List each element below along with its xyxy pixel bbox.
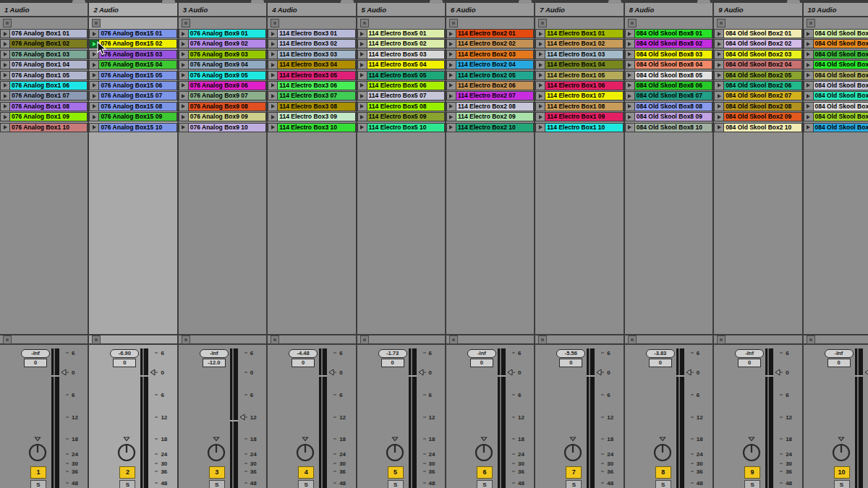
clip-play-button[interactable]: [179, 72, 189, 80]
clip-stop-icon[interactable]: [271, 19, 279, 27]
fader-handle[interactable]: [409, 375, 417, 377]
track-header[interactable]: 2 Audio: [89, 0, 176, 17]
clip-play-button[interactable]: [1, 30, 10, 38]
clip-play-button[interactable]: [358, 113, 367, 121]
clip-slot[interactable]: 076 Analog Box9 01: [179, 29, 266, 38]
clip-slot[interactable]: 114 Electro Box1 03: [535, 50, 623, 59]
clip-slot[interactable]: 114 Electro Box5 10: [357, 123, 445, 132]
track-body[interactable]: [357, 133, 445, 334]
clip-slot[interactable]: 114 Electro Box1 05: [535, 71, 623, 80]
clip-play-button[interactable]: [1, 103, 10, 111]
clip-slot[interactable]: 084 Old Skool Box8 06: [625, 81, 712, 90]
clip-play-button[interactable]: [179, 51, 189, 59]
clip-play-button[interactable]: [90, 51, 99, 59]
stop-all-clips-button[interactable]: [717, 335, 726, 344]
clip-play-button[interactable]: [90, 30, 99, 38]
pan-knob[interactable]: [384, 436, 406, 463]
track-header[interactable]: 8 Audio: [625, 0, 712, 17]
peak-level-display[interactable]: -1.73: [378, 349, 407, 358]
volume-fader[interactable]: [409, 348, 417, 488]
clip-slot[interactable]: 084 Old Skool Box2 05: [714, 71, 801, 80]
track-header[interactable]: 6 Audio: [446, 0, 534, 17]
clip-slot[interactable]: 076 Analog Box15 02: [89, 39, 176, 48]
clip-slot[interactable]: 084 Old Skool Box: [804, 91, 868, 100]
solo-button[interactable]: S: [388, 480, 404, 488]
track-activator-button[interactable]: 1: [30, 466, 46, 479]
track-body[interactable]: [89, 133, 176, 334]
clip-slot[interactable]: 076 Analog Box9 05: [179, 71, 266, 80]
peak-level-display[interactable]: -Inf: [825, 349, 854, 358]
clip-play-button[interactable]: [715, 113, 724, 121]
clip-play-button[interactable]: [179, 30, 189, 38]
clip-play-button[interactable]: [626, 40, 635, 48]
clip-play-button[interactable]: [90, 82, 99, 90]
clip-play-button[interactable]: [90, 40, 99, 48]
clip-play-button[interactable]: [447, 40, 456, 48]
clip-slot[interactable]: 084 Old Skool Box: [804, 71, 868, 80]
volume-fader[interactable]: [140, 348, 148, 488]
clip-play-button[interactable]: [536, 113, 545, 121]
clip-slot[interactable]: 084 Old Skool Box8 01: [625, 29, 712, 38]
clip-slot[interactable]: 114 Electro Box2 06: [446, 81, 534, 90]
clip-slot[interactable]: 084 Old Skool Box: [804, 102, 868, 111]
track-body[interactable]: [0, 133, 88, 334]
volume-value-display[interactable]: 0: [649, 359, 672, 367]
clip-play-button[interactable]: [804, 51, 814, 59]
clip-play-button[interactable]: [447, 51, 456, 59]
clip-slot[interactable]: 114 Electro Box2 07: [446, 91, 534, 100]
clip-play-button[interactable]: [90, 103, 99, 111]
clip-slot[interactable]: 114 Electro Box5 07: [357, 91, 445, 100]
clip-play-button[interactable]: [626, 113, 635, 121]
clip-slot[interactable]: 084 Old Skool Box2 09: [714, 112, 801, 121]
clip-stop-icon[interactable]: [628, 19, 637, 27]
track-activator-button[interactable]: 8: [655, 466, 671, 479]
peak-level-display[interactable]: -3.83: [646, 349, 675, 358]
track-header[interactable]: 7 Audio: [535, 0, 623, 17]
solo-button[interactable]: S: [119, 480, 135, 488]
clip-slot[interactable]: 114 Electro Box5 02: [357, 39, 445, 48]
clip-play-button[interactable]: [1, 72, 10, 80]
clip-slot[interactable]: 076 Analog Box9 03: [179, 50, 266, 59]
pan-knob[interactable]: [294, 436, 316, 463]
pan-knob[interactable]: [562, 436, 584, 463]
clip-play-button[interactable]: [715, 61, 724, 69]
clip-slot[interactable]: 114 Electro Box2 08: [446, 102, 534, 111]
clip-play-button[interactable]: [358, 103, 367, 111]
volume-value-display[interactable]: -12.0: [203, 359, 226, 367]
clip-slot[interactable]: 076 Analog Box15 09: [89, 112, 176, 121]
clip-slot[interactable]: 114 Electro Box3 09: [268, 112, 355, 121]
clip-slot[interactable]: 114 Electro Box1 09: [535, 112, 623, 121]
clip-play-button[interactable]: [536, 72, 545, 80]
clip-slot[interactable]: 076 Analog Box15 08: [89, 102, 176, 111]
clip-play-button[interactable]: [179, 124, 189, 132]
stop-all-clips-button[interactable]: [3, 335, 12, 344]
clip-slot[interactable]: 084 Old Skool Box8 08: [625, 102, 712, 111]
clip-slot[interactable]: 114 Electro Box3 02: [268, 39, 355, 48]
clip-play-button[interactable]: [804, 72, 814, 80]
clip-slot[interactable]: 076 Analog Box1 05: [0, 71, 88, 80]
track-body[interactable]: [268, 133, 355, 334]
track-header[interactable]: 9 Audio: [714, 0, 801, 17]
clip-slot[interactable]: 114 Electro Box2 05: [446, 71, 534, 80]
clip-play-button[interactable]: [358, 72, 367, 80]
clip-play-button[interactable]: [715, 40, 724, 48]
stop-all-clips-button[interactable]: [807, 335, 815, 344]
empty-clip-slot[interactable]: [268, 17, 355, 29]
clip-slot[interactable]: 084 Old Skool Box2 02: [714, 39, 801, 48]
clip-play-button[interactable]: [1, 124, 10, 132]
clip-play-button[interactable]: [358, 61, 367, 69]
peak-level-display[interactable]: -Inf: [21, 349, 50, 358]
stop-all-clips-button[interactable]: [538, 335, 547, 344]
pan-knob[interactable]: [27, 436, 48, 463]
empty-clip-slot[interactable]: [535, 17, 623, 29]
clip-slot[interactable]: 114 Electro Box5 09: [357, 112, 445, 121]
clip-slot[interactable]: 076 Analog Box15 07: [89, 91, 176, 100]
volume-fader[interactable]: [855, 348, 863, 488]
track-activator-button[interactable]: 6: [477, 466, 493, 479]
clip-play-button[interactable]: [447, 113, 456, 121]
clip-play-button[interactable]: [536, 92, 545, 100]
clip-slot[interactable]: 114 Electro Box1 04: [535, 60, 623, 69]
clip-stop-icon[interactable]: [360, 19, 369, 27]
clip-slot[interactable]: 114 Electro Box2 01: [446, 29, 534, 38]
clip-play-button[interactable]: [268, 40, 278, 48]
